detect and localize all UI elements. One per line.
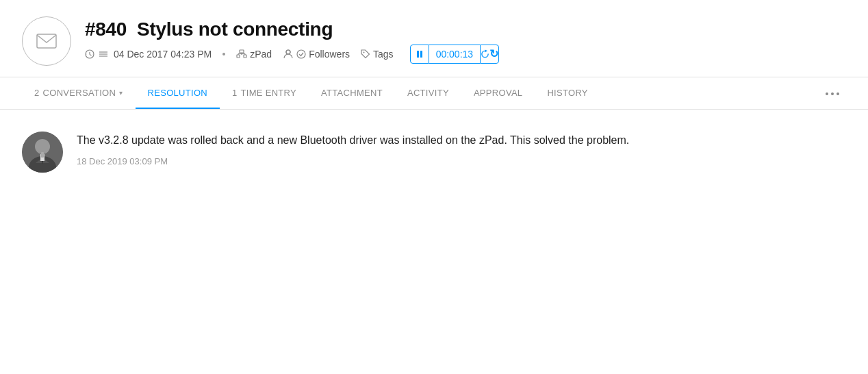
- timer-group: 00:00:13 ↻: [410, 45, 500, 64]
- svg-line-3: [90, 55, 92, 56]
- resolution-text: The v3.2.8 update was rolled back and a …: [77, 132, 846, 149]
- attachment-label: ATTACHMENT: [321, 88, 383, 98]
- avatar: [22, 132, 63, 173]
- timer-refresh-button[interactable]: ↻: [480, 45, 499, 64]
- resolution-label: RESOLUTION: [148, 88, 208, 98]
- svg-rect-11: [244, 55, 246, 58]
- svg-rect-21: [417, 51, 419, 58]
- svg-rect-31: [41, 152, 44, 158]
- resolution-entry: The v3.2.8 update was rolled back and a …: [22, 132, 846, 173]
- svg-point-28: [35, 139, 50, 154]
- ticket-subject: Stylus not connecting: [137, 18, 333, 40]
- time-entry-label: TIME ENTRY: [241, 88, 297, 98]
- org-name: zPad: [250, 49, 272, 60]
- svg-point-26: [837, 92, 839, 95]
- meta-row: 04 Dec 2017 04:23 PM zPad: [85, 45, 499, 64]
- svg-rect-22: [420, 51, 422, 58]
- check-circle-icon: [296, 49, 306, 59]
- timer-pause-button[interactable]: [410, 45, 429, 64]
- avatar-image: [22, 132, 63, 173]
- svg-rect-0: [37, 34, 56, 48]
- conversation-dropdown-icon: ▾: [119, 89, 123, 97]
- dot-separator: [222, 53, 225, 55]
- tags-meta[interactable]: Tags: [361, 49, 394, 60]
- tab-conversation[interactable]: 2 CONVERSATION ▾: [22, 78, 136, 109]
- svg-point-19: [297, 50, 305, 58]
- tag-icon: [361, 49, 370, 59]
- tags-label: Tags: [373, 49, 394, 60]
- tabs-more-button[interactable]: [819, 77, 846, 109]
- org-icon: [236, 49, 247, 59]
- followers-icon: [283, 49, 294, 59]
- followers-meta[interactable]: Followers: [283, 49, 350, 60]
- resolution-timestamp: 18 Dec 2019 03:09 PM: [77, 156, 846, 166]
- page-header: #840 Stylus not connecting 04 Dec 2017 0…: [0, 0, 868, 77]
- activity-label: ACTIVITY: [407, 88, 449, 98]
- tabs-bar: 2 CONVERSATION ▾ RESOLUTION 1 TIME ENTRY…: [0, 77, 868, 110]
- svg-point-20: [363, 52, 365, 53]
- svg-point-18: [290, 49, 294, 52]
- svg-point-25: [831, 92, 834, 95]
- refresh-icon: [481, 49, 489, 59]
- history-label: HISTORY: [547, 88, 587, 98]
- clock-icon: [85, 49, 94, 59]
- tab-approval[interactable]: APPROVAL: [461, 78, 535, 109]
- organization-meta[interactable]: zPad: [236, 49, 272, 60]
- svg-rect-9: [240, 50, 244, 53]
- svg-point-24: [826, 92, 828, 95]
- time-entry-count: 1: [232, 88, 238, 98]
- date-meta: 04 Dec 2017 04:23 PM: [85, 49, 212, 60]
- ticket-title: #840 Stylus not connecting: [85, 18, 499, 40]
- followers-label: Followers: [309, 49, 350, 60]
- ticket-date: 04 Dec 2017 04:23 PM: [114, 49, 212, 60]
- approval-label: APPROVAL: [474, 88, 523, 98]
- svg-rect-10: [237, 55, 240, 58]
- svg-point-17: [286, 50, 290, 54]
- mail-icon: [36, 34, 57, 49]
- tab-resolution[interactable]: RESOLUTION: [136, 78, 220, 109]
- list-icon: [99, 51, 107, 58]
- entry-body: The v3.2.8 update was rolled back and a …: [77, 132, 846, 166]
- timer-value: 00:00:13: [429, 45, 481, 64]
- mail-icon-circle: [22, 16, 71, 66]
- conversation-count: 2: [34, 88, 40, 98]
- tab-activity[interactable]: ACTIVITY: [395, 78, 461, 109]
- tab-history[interactable]: HISTORY: [535, 78, 600, 109]
- header-right: #840 Stylus not connecting 04 Dec 2017 0…: [85, 18, 499, 64]
- tab-attachment[interactable]: ATTACHMENT: [309, 78, 395, 109]
- ticket-id: #840: [85, 18, 127, 40]
- resolution-content: The v3.2.8 update was rolled back and a …: [0, 110, 868, 195]
- tab-time-entry[interactable]: 1 TIME ENTRY: [220, 78, 309, 109]
- conversation-label: CONVERSATION: [43, 88, 116, 98]
